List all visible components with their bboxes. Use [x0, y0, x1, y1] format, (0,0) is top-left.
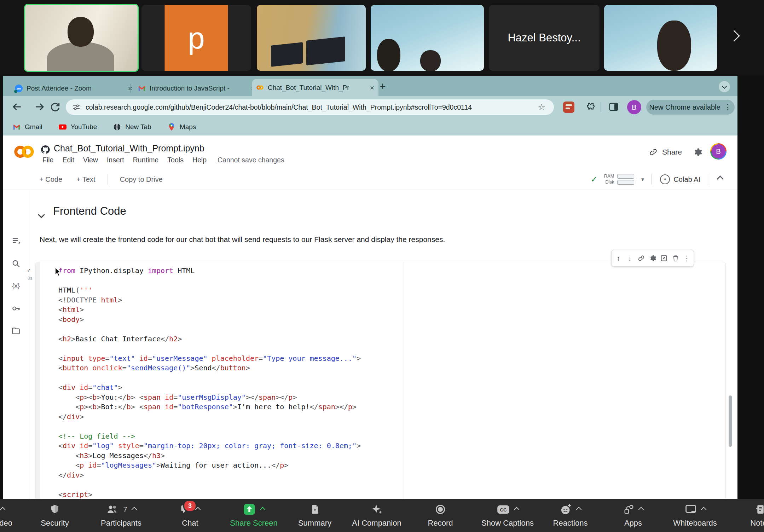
copy-to-drive-button[interactable]: Copy to Drive [118, 175, 165, 184]
menu-item-edit[interactable]: Edit [62, 156, 74, 164]
menu-item-insert[interactable]: Insert [107, 156, 124, 164]
side-panel-icon[interactable] [606, 101, 619, 114]
table-of-contents-icon[interactable] [8, 234, 23, 249]
cell-settings-button[interactable] [648, 254, 657, 263]
tab-close-icon[interactable]: × [365, 83, 374, 92]
browser-profile-avatar[interactable]: B [627, 100, 641, 114]
extension-icon[interactable] [563, 102, 574, 113]
ram-disk-indicator[interactable]: RAM Disk [604, 173, 634, 185]
code-token [84, 354, 88, 363]
browser-tab[interactable]: Chat_Bot_Tutorial_With_Pro× [252, 79, 378, 96]
menu-item-view[interactable]: View [83, 156, 98, 164]
section-collapse-icon[interactable] [37, 212, 46, 219]
move-cell-up-button[interactable]: ↑ [614, 254, 623, 263]
chevron-up-icon[interactable] [514, 507, 519, 512]
tab-close-icon[interactable]: × [123, 84, 132, 93]
save-status-link[interactable]: Cannot save changes [218, 156, 284, 164]
zoom-toolbar-video[interactable]: Video [0, 502, 18, 531]
code-token: div [67, 471, 80, 479]
code-token: ( [75, 286, 80, 294]
bookmark-item[interactable]: Gmail [13, 123, 42, 131]
address-bar[interactable]: colab.research.google.com/github/BenjiCo… [66, 99, 554, 115]
zoom-toolbar-whiteboards[interactable]: Whiteboards [665, 502, 725, 531]
chevron-up-icon[interactable] [638, 507, 644, 512]
zoom-toolbar-record[interactable]: Record [419, 502, 462, 531]
code-token [135, 354, 139, 363]
copy-cell-link-button[interactable] [637, 254, 646, 263]
code-editor[interactable]: from IPython.display import HTML HTML(''… [58, 266, 718, 499]
back-button[interactable] [11, 101, 23, 114]
zoom-toolbar-notes[interactable]: Notes [737, 502, 764, 531]
share-button[interactable]: Share [647, 147, 684, 157]
resources-dropdown-icon[interactable]: ▼ [641, 177, 645, 182]
add-code-button[interactable]: + Code [37, 175, 64, 184]
zoom-toolbar-participants[interactable]: 7Participants [90, 502, 152, 531]
code-token: "text" [110, 354, 135, 363]
delete-cell-button[interactable] [671, 254, 680, 263]
bookmark-item[interactable]: Maps [168, 123, 196, 131]
browser-tab[interactable]: Introduction to JavaScript - b× [134, 81, 260, 96]
participant-tile[interactable] [257, 5, 366, 71]
variables-icon[interactable]: {x} [8, 278, 23, 293]
menu-item-tools[interactable]: Tools [167, 156, 184, 164]
bookmark-item[interactable]: New Tab [113, 123, 151, 131]
secrets-key-icon[interactable] [8, 301, 23, 316]
participant-tile[interactable] [604, 5, 717, 71]
menu-item-runtime[interactable]: Runtime [133, 156, 159, 164]
forward-arrow-icon [34, 101, 45, 112]
zoom-toolbar-security[interactable]: Security [35, 502, 74, 531]
gear-icon[interactable] [690, 147, 705, 158]
bookmark-item[interactable]: YouTube [59, 123, 97, 131]
zoom-toolbar-apps[interactable]: Apps [612, 502, 654, 531]
code-token [58, 461, 75, 469]
extensions-puzzle-icon[interactable] [582, 101, 595, 114]
tab-search-button[interactable] [719, 81, 730, 92]
notebook-title[interactable]: Chat_Bot_Tutorial_With_Prompt.ipynb [54, 143, 204, 154]
reload-button[interactable] [49, 101, 62, 114]
zoom-toolbar-show-captions[interactable]: CCShow Captions [474, 502, 541, 531]
colab-account-avatar[interactable]: B [710, 143, 727, 160]
code-cell[interactable]: from IPython.display import HTML HTML(''… [35, 262, 726, 499]
participant-tile[interactable] [24, 4, 139, 72]
colab-logo[interactable] [13, 143, 35, 162]
zoom-toolbar-chat[interactable]: 3Chat [166, 502, 214, 531]
bookmark-star-icon[interactable]: ☆ [536, 102, 548, 112]
chevron-up-icon[interactable] [132, 507, 137, 512]
toolbar-divider [651, 174, 652, 185]
collapse-header-button[interactable] [716, 176, 725, 183]
shield-icon [50, 504, 60, 515]
menu-item-help[interactable]: Help [192, 156, 207, 164]
browser-tab[interactable]: zmPost Attendee - Zoom× [11, 81, 137, 96]
move-cell-down-button[interactable]: ↓ [625, 254, 635, 263]
code-token: > [246, 364, 250, 372]
avatar-letter: p [188, 23, 205, 53]
forward-button[interactable] [33, 101, 46, 114]
code-token: > [118, 383, 122, 392]
chevron-up-icon[interactable] [576, 507, 582, 512]
menu-item-file[interactable]: File [42, 156, 53, 164]
code-token: < [58, 383, 63, 392]
participant-tile[interactable] [371, 5, 484, 71]
zoom-toolbar-ai-companion[interactable]: AI Companion [345, 502, 409, 531]
cell-more-actions-button[interactable]: ⋮ [682, 254, 691, 263]
files-folder-icon[interactable] [8, 324, 23, 339]
colab-ai-button[interactable]: ✦ Colab AI [658, 174, 702, 185]
notebook-scrollbar[interactable] [729, 395, 732, 447]
participant-tile[interactable]: p [141, 5, 251, 71]
cell-exec-time: 0s [28, 276, 33, 281]
chevron-up-icon[interactable] [260, 507, 266, 512]
zoom-toolbar-reactions[interactable]: Reactions [546, 502, 594, 531]
open-in-new-button[interactable] [659, 254, 668, 263]
code-token: "chat" [92, 383, 118, 392]
search-icon[interactable] [8, 256, 23, 271]
zoom-toolbar-summary[interactable]: Summary [294, 502, 336, 531]
add-text-button[interactable]: + Text [74, 175, 98, 184]
participant-tile[interactable]: Hazel Bestoy... [489, 5, 600, 71]
zoom-toolbar-share-screen[interactable]: Share Screen [223, 502, 285, 531]
code-line: <h2>Basic Chat Interface</h2> [58, 335, 718, 345]
new-chrome-available-button[interactable]: New Chrome available ⋮ [646, 100, 735, 115]
chevron-up-icon[interactable] [0, 507, 5, 512]
toolbar-item-label: Record [428, 519, 453, 528]
next-participants-button[interactable] [726, 28, 742, 45]
chevron-up-icon[interactable] [701, 507, 706, 512]
